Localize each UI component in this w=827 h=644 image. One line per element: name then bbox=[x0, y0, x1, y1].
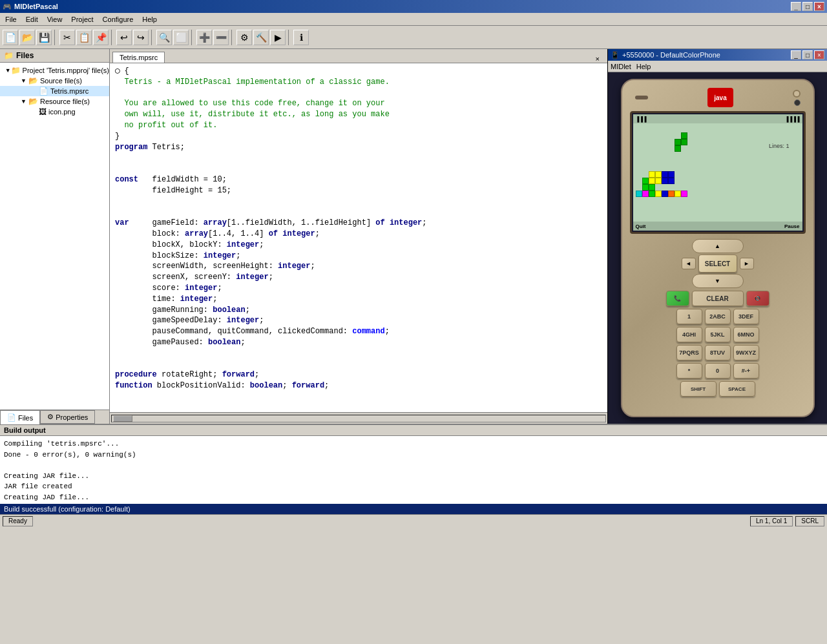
files-tree: ▼ 📁 Project 'Tetris.mpproj' file(s) ▼ 📂 … bbox=[0, 63, 109, 410]
cut-button[interactable]: ✂ bbox=[59, 30, 75, 45]
save-button[interactable]: 💾 bbox=[36, 30, 52, 45]
nav-up-button[interactable]: ▲ bbox=[692, 239, 744, 253]
app-title: MIDletPascal bbox=[14, 3, 58, 10]
files-tab[interactable]: 📄 Files bbox=[0, 410, 40, 424]
build-button[interactable]: 🔨 bbox=[253, 30, 269, 45]
build-line-6: Creating JAD file... bbox=[4, 492, 823, 503]
search-button[interactable]: 🔍 bbox=[156, 30, 172, 45]
phone-keypad: ▲ ◄ SELECT ► ▼ 📞 CLEAR � bbox=[630, 239, 806, 397]
num-row-1: 1 2ABC 3DEF bbox=[676, 309, 759, 324]
files-tab-icon: 📄 bbox=[7, 413, 16, 422]
build-line-4: Creating JAR file... bbox=[4, 471, 823, 482]
tree-tetris-src[interactable]: 📄 Tetris.mpsrc bbox=[0, 86, 109, 96]
open-button[interactable]: 📂 bbox=[19, 30, 35, 45]
phone-menu-help[interactable]: Help bbox=[636, 63, 651, 70]
maximize-button[interactable]: □ bbox=[802, 2, 813, 11]
remove-button[interactable]: ➖ bbox=[213, 30, 229, 45]
key-9[interactable]: 9WXYZ bbox=[733, 345, 759, 360]
key-6[interactable]: 6MNO bbox=[733, 327, 759, 342]
phone-maximize[interactable]: □ bbox=[802, 50, 813, 59]
tree-project[interactable]: ▼ 📁 Project 'Tetris.mpproj' file(s) bbox=[0, 65, 109, 76]
redo-button[interactable]: ↪ bbox=[133, 30, 149, 45]
key-5[interactable]: 5JKL bbox=[705, 327, 731, 342]
tree-source-label: Source file(s) bbox=[40, 77, 82, 85]
phone-menu-midlet[interactable]: MIDlet bbox=[611, 63, 631, 70]
phone-close[interactable]: × bbox=[814, 50, 824, 59]
close-editor-tab[interactable]: × bbox=[596, 55, 605, 63]
menu-project[interactable]: Project bbox=[67, 14, 97, 25]
copy-button[interactable]: 📋 bbox=[76, 30, 92, 45]
menu-file[interactable]: File bbox=[1, 14, 21, 25]
tetris-cell bbox=[681, 191, 687, 197]
battery-icon: ▐▐▐▐ bbox=[785, 116, 800, 122]
properties-tab[interactable]: ⚙ Properties bbox=[40, 410, 95, 424]
editor-tab-tetris[interactable]: Tetris.mpsrc bbox=[112, 52, 165, 63]
tetris-cell bbox=[668, 178, 675, 184]
editor-tab-label: Tetris.mpsrc bbox=[120, 54, 158, 61]
end-button[interactable]: 📵 bbox=[746, 291, 769, 306]
key-3[interactable]: 3DEF bbox=[733, 309, 759, 324]
tetris-cell bbox=[675, 191, 681, 197]
paste-button[interactable]: 📌 bbox=[93, 30, 109, 45]
menu-configure[interactable]: Configure bbox=[99, 14, 138, 25]
code-editor[interactable]: ◯ { Tetris - a MIDletPascal implementati… bbox=[110, 63, 607, 412]
tetris-cell bbox=[649, 178, 655, 184]
add-button[interactable]: ➕ bbox=[196, 30, 212, 45]
info-button[interactable]: ℹ bbox=[293, 30, 309, 45]
key-4[interactable]: 4GHI bbox=[676, 327, 702, 342]
close-button[interactable]: × bbox=[814, 2, 824, 11]
call-button[interactable]: 📞 bbox=[666, 291, 689, 306]
key-2[interactable]: 2ABC bbox=[705, 309, 731, 324]
menu-edit[interactable]: Edit bbox=[22, 14, 42, 25]
undo-button[interactable]: ↩ bbox=[116, 30, 132, 45]
tree-icon-png[interactable]: 🖼 icon.png bbox=[0, 107, 109, 117]
phone-title-controls[interactable]: _ □ × bbox=[791, 50, 824, 59]
tetris-cell bbox=[662, 171, 668, 178]
editor-area: Tetris.mpsrc × ◯ { Tetris - a MIDletPasc… bbox=[110, 49, 607, 424]
source-folder-icon: 📂 bbox=[28, 76, 38, 85]
status-right: Ln 1, Col 1 SCRL bbox=[750, 516, 824, 526]
key-shift[interactable]: SHIFT bbox=[680, 381, 717, 397]
phone-panel: 📱 +5550000 - DefaultColorPhone _ □ × MID… bbox=[607, 49, 827, 424]
run-button[interactable]: ▶ bbox=[270, 30, 286, 45]
files-header: 📁 Files bbox=[0, 49, 109, 63]
editor-scrollbar[interactable] bbox=[110, 412, 607, 424]
new-button[interactable]: 📄 bbox=[3, 30, 18, 45]
key-space[interactable]: SPACE bbox=[719, 381, 755, 397]
phone-minimize[interactable]: _ bbox=[791, 50, 801, 59]
build-output-content[interactable]: Compiling 'tetris.mpsrc'... Done - 0 err… bbox=[0, 436, 827, 504]
phone-button-top[interactable] bbox=[793, 90, 801, 98]
nav-left-button[interactable]: ◄ bbox=[682, 258, 696, 269]
softkey-quit[interactable]: Quit bbox=[636, 223, 646, 229]
tree-resource[interactable]: ▼ 📂 Resource file(s) bbox=[0, 96, 109, 107]
toolbar-sep-5 bbox=[231, 30, 234, 45]
nav-down-button[interactable]: ▼ bbox=[692, 274, 744, 288]
menu-help[interactable]: Help bbox=[138, 14, 161, 25]
minimize-button[interactable]: _ bbox=[791, 2, 801, 11]
tetris-cell bbox=[675, 145, 681, 152]
key-1[interactable]: 1 bbox=[676, 309, 702, 324]
settings-button[interactable]: ⚙ bbox=[236, 30, 252, 45]
screen-content: Lines: 1 bbox=[633, 123, 802, 222]
tree-source[interactable]: ▼ 📂 Source file(s) bbox=[0, 76, 109, 86]
toolbar-sep-2 bbox=[111, 30, 114, 45]
nav-right-button[interactable]: ► bbox=[740, 258, 754, 269]
key-0[interactable]: 0 bbox=[705, 363, 731, 379]
key-star[interactable]: * bbox=[676, 363, 702, 379]
select-button[interactable]: SELECT bbox=[698, 254, 737, 273]
title-controls[interactable]: _ □ × bbox=[791, 2, 824, 11]
menu-view[interactable]: View bbox=[43, 14, 67, 25]
key-7[interactable]: 7PQRS bbox=[676, 345, 702, 360]
tetris-cell bbox=[655, 178, 662, 184]
tetris-cell bbox=[642, 178, 649, 184]
breakpoint-button[interactable]: ⬜ bbox=[173, 30, 189, 45]
screen-softbar: Quit Pause bbox=[633, 222, 802, 231]
key-8[interactable]: 8TUV bbox=[705, 345, 731, 360]
key-hash[interactable]: #-+ bbox=[733, 363, 759, 379]
toolbar: 📄 📂 💾 ✂ 📋 📌 ↩ ↪ 🔍 ⬜ ➕ ➖ ⚙ 🔨 ▶ ℹ bbox=[0, 26, 827, 49]
tetris-cell bbox=[655, 171, 662, 178]
softkey-pause[interactable]: Pause bbox=[784, 223, 800, 229]
clear-button[interactable]: CLEAR bbox=[692, 291, 744, 306]
tetris-cell bbox=[649, 171, 655, 178]
tetris-cell bbox=[636, 191, 642, 197]
